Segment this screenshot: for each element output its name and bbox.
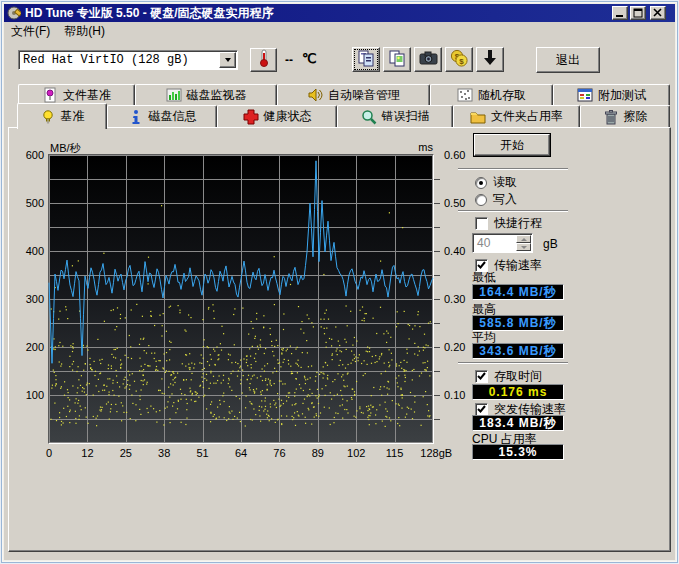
- cpu-usage-value: 15.3%: [472, 444, 564, 460]
- benchmark-plot: [48, 154, 434, 444]
- tab-label: 附加测试: [598, 87, 646, 104]
- access-time-checkbox[interactable]: 存取时间: [475, 368, 542, 385]
- tab-aam[interactable]: 自动噪音管理: [277, 84, 430, 105]
- folder-icon: [470, 109, 486, 125]
- menu-help[interactable]: 帮助(H): [57, 21, 112, 42]
- left-axis-tick-label: 500: [26, 197, 44, 209]
- tab-label: 文件夹占用率: [491, 108, 563, 125]
- tab-label: 文件基准: [63, 87, 111, 104]
- extra-tests-icon: [577, 87, 593, 103]
- minimize-button[interactable]: [612, 6, 628, 20]
- info-icon: [128, 109, 144, 125]
- capacity-spinner[interactable]: 40: [472, 233, 533, 253]
- coins-icon: $$: [450, 49, 468, 71]
- tab-erase[interactable]: 擦除: [580, 105, 670, 127]
- camera-icon: [419, 50, 438, 69]
- right-axis-tick-label: 0.30: [444, 293, 465, 305]
- maximize-button[interactable]: [630, 6, 646, 20]
- tab-error-scan[interactable]: 错误扫描: [337, 105, 453, 127]
- tab-folder-usage[interactable]: 文件夹占用率: [453, 105, 580, 127]
- x-axis-tick-label: 89: [312, 447, 324, 459]
- menu-bar: 文件(F)帮助(H): [4, 22, 675, 41]
- avg-value: 343.6 MB/秒: [472, 343, 564, 359]
- drive-selector[interactable]: Red Hat VirtIO (128 gB): [18, 50, 238, 70]
- left-axis-tick-label: 100: [26, 389, 44, 401]
- left-axis-tick-label: 200: [26, 341, 44, 353]
- checkbox-checked-icon: [475, 370, 488, 383]
- left-axis-tick-label: 300: [26, 293, 44, 305]
- x-axis-tick-label: 128gB: [420, 447, 452, 459]
- x-axis-tick-label: 12: [81, 447, 93, 459]
- speaker-icon: [307, 87, 323, 103]
- x-axis-tick-label: 64: [235, 447, 247, 459]
- copy-button[interactable]: [352, 47, 380, 72]
- tab-label: 基准: [61, 108, 85, 125]
- radio-selected-icon: [475, 177, 487, 189]
- title-bar: HD Tune 专业版 5.50 - 硬盘/固态硬盘实用程序: [4, 4, 675, 22]
- down-arrow-icon: [482, 49, 498, 70]
- x-axis-tick-label: 38: [158, 447, 170, 459]
- tab-label: 磁盘监视器: [187, 87, 247, 104]
- menu-file[interactable]: 文件(F): [4, 21, 57, 42]
- separator: [458, 362, 568, 364]
- screenshot-button[interactable]: [414, 47, 442, 72]
- tab-label: 擦除: [624, 108, 648, 125]
- x-axis-tick-label: 25: [120, 447, 132, 459]
- x-axis-tick-label: 115: [386, 447, 404, 459]
- separator: [458, 210, 568, 212]
- window-title: HD Tune 专业版 5.50 - 硬盘/固态硬盘实用程序: [25, 5, 273, 22]
- spin-down-button[interactable]: [516, 243, 531, 251]
- tab-label: 磁盘信息: [149, 108, 197, 125]
- file-benchmark-icon: [42, 87, 58, 103]
- access-time-value: 0.176 ms: [472, 384, 564, 400]
- capacity-unit: gB: [543, 237, 558, 251]
- left-axis-tick-label: 400: [26, 245, 44, 257]
- separator: [458, 168, 568, 170]
- tab-disk-monitor[interactable]: 磁盘监视器: [135, 84, 277, 105]
- right-axis-tick-label: 0.60: [444, 149, 465, 161]
- capacity-value: 40: [473, 234, 515, 252]
- checkbox-icon: [475, 217, 488, 230]
- copy-image-icon: [388, 49, 406, 71]
- tab-file-benchmark[interactable]: 文件基准: [18, 84, 135, 105]
- app-window: HD Tune 专业版 5.50 - 硬盘/固态硬盘实用程序 文件(F)帮助(H…: [0, 0, 679, 564]
- app-icon: [7, 6, 21, 20]
- tab-random-access[interactable]: 随机存取: [430, 84, 553, 105]
- exit-button[interactable]: 退出: [536, 47, 600, 73]
- read-radio[interactable]: 读取: [475, 174, 517, 191]
- temperature-button[interactable]: [250, 48, 277, 72]
- x-axis-tick-label: 76: [273, 447, 285, 459]
- disk-monitor-icon: [166, 87, 182, 103]
- right-axis-title: ms: [418, 141, 433, 153]
- copy-image-button[interactable]: [383, 47, 411, 72]
- tab-benchmark[interactable]: 基准: [17, 103, 107, 129]
- tab-label: 错误扫描: [382, 108, 430, 125]
- tab-label: 自动噪音管理: [328, 87, 400, 104]
- spin-up-button[interactable]: [516, 235, 531, 243]
- random-access-icon: [457, 87, 473, 103]
- write-radio[interactable]: 写入: [475, 191, 517, 208]
- left-axis-tick-label: 600: [26, 149, 44, 161]
- x-axis-tick-label: 0: [46, 447, 52, 459]
- magnifier-icon: [361, 109, 377, 125]
- thermometer-icon: [258, 49, 270, 71]
- min-value: 164.4 MB/秒: [472, 284, 564, 300]
- close-button[interactable]: [650, 6, 666, 20]
- svg-text:$: $: [459, 56, 464, 65]
- tab-label: 随机存取: [478, 87, 526, 104]
- tab-extra-tests[interactable]: 附加测试: [553, 84, 670, 105]
- tab-disk-info[interactable]: 磁盘信息: [107, 105, 217, 127]
- burst-rate-value: 183.4 MB/秒: [472, 415, 564, 431]
- trash-icon: [603, 109, 619, 125]
- tab-health[interactable]: 健康状态: [217, 105, 337, 127]
- copy-icon: [357, 49, 375, 71]
- right-axis-tick-label: 0.10: [444, 389, 465, 401]
- lightbulb-icon: [40, 109, 56, 125]
- drive-selector-dropdown-button[interactable]: [219, 52, 236, 68]
- start-button[interactable]: 开始: [473, 133, 551, 157]
- right-axis-tick-label: 0.50: [444, 197, 465, 209]
- tab-label: 健康状态: [264, 108, 312, 125]
- donate-button[interactable]: $$: [445, 47, 473, 72]
- short-stroke-checkbox[interactable]: 快捷行程: [475, 215, 542, 232]
- save-button[interactable]: [476, 47, 504, 72]
